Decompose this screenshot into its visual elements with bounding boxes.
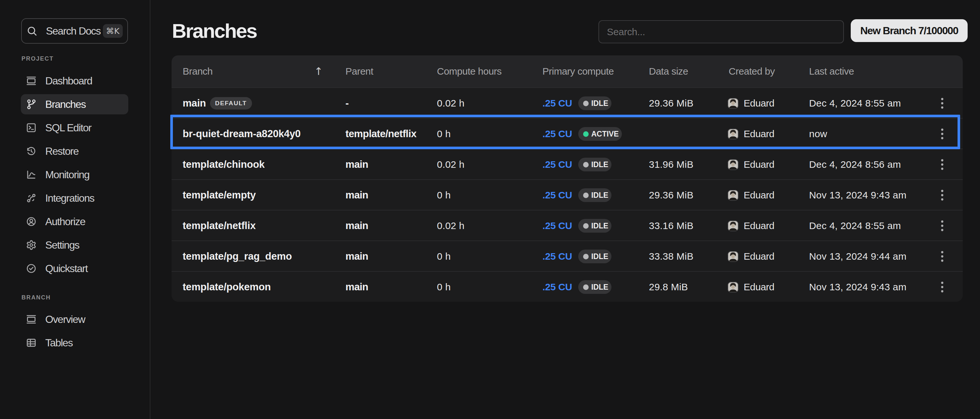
status-label: IDLE: [591, 99, 608, 108]
compute-units-value: .25 CU: [542, 98, 572, 109]
created-by-name: Eduard: [744, 159, 774, 170]
table-row[interactable]: main DEFAULT - 0.02 h .25 CU IDLE 29.36 …: [172, 87, 963, 118]
status-label: IDLE: [591, 191, 608, 200]
column-header-primary-compute[interactable]: Primary compute: [542, 56, 614, 87]
data-size-cell: 33.16 MiB: [649, 210, 694, 241]
sidebar-item-overview[interactable]: Overview: [21, 309, 128, 330]
status-dot-icon: [583, 223, 589, 229]
status-label: IDLE: [591, 160, 608, 169]
sort-ascending-icon[interactable]: ↑: [314, 56, 323, 87]
status-dot-icon: [583, 193, 589, 198]
parent-name: template/netflix: [345, 128, 417, 140]
last-active-value: Dec 4, 2024 8:56 am: [809, 159, 901, 170]
sidebar-nav-branch: OverviewTables: [21, 309, 128, 356]
sidebar-item-settings[interactable]: Settings: [21, 235, 128, 255]
compute-hours-value: 0.02 h: [437, 220, 465, 231]
parent-cell: main: [345, 241, 368, 272]
status-dot-icon: [583, 101, 589, 106]
last-active-cell: Nov 13, 2024 9:43 am: [809, 180, 907, 210]
column-header-parent[interactable]: Parent: [345, 56, 373, 87]
column-header-data-size[interactable]: Data size: [649, 56, 688, 87]
row-actions-kebab-icon[interactable]: [934, 126, 950, 142]
compute-units-value: .25 CU: [542, 220, 572, 231]
page-title: Branches: [172, 19, 256, 42]
avatar: [728, 98, 738, 109]
sidebar-item-monitoring[interactable]: Monitoring: [21, 164, 128, 185]
compute-status-badge: IDLE: [578, 96, 611, 110]
parent-cell: main: [345, 180, 368, 210]
branch-search-input[interactable]: Search...: [598, 20, 844, 43]
row-actions-kebab-icon[interactable]: [934, 279, 950, 295]
primary-compute-cell: .25 CU IDLE: [542, 210, 611, 241]
created-by-cell: Eduard: [728, 272, 774, 303]
row-actions-kebab-icon[interactable]: [934, 249, 950, 264]
sidebar-item-restore[interactable]: Restore: [21, 141, 128, 161]
sidebar-item-integrations[interactable]: Integrations: [21, 188, 128, 208]
compute-status-badge: ACTIVE: [578, 127, 622, 141]
primary-compute-cell: .25 CU IDLE: [542, 241, 611, 272]
monitoring-icon: [26, 169, 37, 180]
sidebar-item-label: Dashboard: [45, 75, 92, 87]
compute-hours-cell: 0.02 h: [437, 149, 465, 180]
sidebar-item-tables[interactable]: Tables: [21, 333, 128, 353]
table-row[interactable]: template/pg_rag_demo main 0 h .25 CU IDL…: [172, 241, 963, 271]
data-size-value: 33.38 MiB: [649, 251, 694, 262]
column-header-last-active[interactable]: Last active: [809, 56, 854, 87]
default-badge: DEFAULT: [210, 97, 252, 110]
row-actions-kebab-icon[interactable]: [934, 157, 950, 172]
table-row[interactable]: template/pokemon main 0 h .25 CU IDLE 29…: [172, 271, 963, 302]
branches-table: Branch ↑ Parent Compute hours Primary co…: [172, 56, 963, 302]
sidebar-item-label: Quickstart: [45, 263, 88, 275]
row-actions-kebab-icon[interactable]: [934, 187, 950, 203]
branch-name: template/pokemon: [183, 281, 271, 293]
sql-editor-icon: [26, 122, 37, 133]
column-header-compute-hours[interactable]: Compute hours: [437, 56, 502, 87]
status-dot-icon: [583, 254, 589, 259]
column-header-branch[interactable]: Branch: [183, 56, 213, 87]
compute-hours-cell: 0 h: [437, 180, 450, 210]
search-icon: [26, 25, 37, 37]
data-size-value: 29.36 MiB: [649, 98, 694, 109]
row-actions-kebab-icon[interactable]: [934, 96, 950, 111]
branch-name: template/pg_rag_demo: [183, 250, 292, 262]
dashboard-icon: [26, 75, 37, 86]
search-docs-button[interactable]: Search Docs ⌘K: [21, 18, 128, 44]
compute-status-badge: IDLE: [578, 219, 611, 233]
primary-compute-cell: .25 CU IDLE: [542, 88, 611, 119]
sidebar-item-label: Branches: [45, 99, 86, 110]
compute-units-value: .25 CU: [542, 282, 572, 293]
created-by-cell: Eduard: [728, 180, 774, 210]
compute-hours-cell: 0.02 h: [437, 210, 465, 241]
table-row[interactable]: br-quiet-dream-a820k4y0 template/netflix…: [172, 118, 963, 148]
parent-cell: main: [345, 149, 368, 180]
sidebar-item-label: Restore: [45, 145, 78, 158]
status-label: IDLE: [591, 283, 608, 292]
status-label: ACTIVE: [591, 130, 619, 139]
sidebar-item-authorize[interactable]: Authorize: [21, 212, 128, 232]
new-branch-button[interactable]: New Branch 7/100000: [851, 19, 967, 42]
sidebar-item-label: Settings: [45, 239, 79, 251]
branch-name: template/chinook: [183, 159, 265, 170]
table-row[interactable]: template/chinook main 0.02 h .25 CU IDLE…: [172, 148, 963, 179]
data-size-value: 31.96 MiB: [649, 159, 694, 170]
sidebar-item-dashboard[interactable]: Dashboard: [21, 71, 128, 91]
status-dot-icon: [583, 162, 589, 167]
table-row[interactable]: template/netflix main 0.02 h .25 CU IDLE…: [172, 210, 963, 241]
branch-cell: template/empty: [183, 180, 256, 210]
row-actions-kebab-icon[interactable]: [934, 218, 950, 234]
created-by-name: Eduard: [744, 282, 774, 293]
data-size-value: 29.36 MiB: [649, 190, 694, 201]
table-row[interactable]: template/empty main 0 h .25 CU IDLE 29.3…: [172, 179, 963, 210]
parent-cell: -: [345, 88, 349, 119]
data-size-value: 29.8 MiB: [649, 282, 688, 293]
compute-status-badge: IDLE: [578, 158, 611, 171]
sidebar-item-sql-editor[interactable]: SQL Editor: [21, 118, 128, 138]
column-header-created-by[interactable]: Created by: [729, 56, 775, 87]
compute-status-badge: IDLE: [578, 280, 611, 294]
compute-units-value: .25 CU: [542, 251, 572, 262]
created-by-name: Eduard: [744, 220, 774, 231]
created-by-cell: Eduard: [728, 119, 774, 149]
avatar: [728, 221, 738, 231]
sidebar-item-branches[interactable]: Branches: [21, 94, 128, 115]
sidebar-item-quickstart[interactable]: Quickstart: [21, 258, 128, 279]
